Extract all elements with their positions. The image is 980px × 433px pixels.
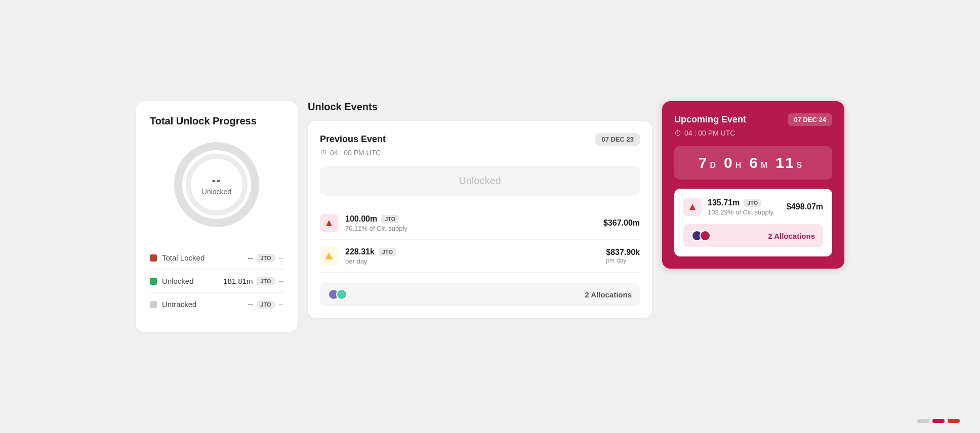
upcoming-alloc-dot-2 (700, 230, 711, 241)
prev-token-icon-0 (320, 214, 338, 232)
legend-extra: -- (279, 277, 283, 285)
prev-token-amount-1: 228.31k (345, 247, 375, 256)
prev-event-time: ⏱ 04 : 00 PM UTC (320, 149, 640, 157)
donut-container: -- Unlocked (150, 139, 283, 230)
legend-left: Unlocked (150, 277, 194, 285)
svg-marker-4 (689, 204, 696, 210)
legend-left: Untracked (150, 300, 196, 309)
donut-center: -- Unlocked (202, 174, 231, 196)
legend-name: Total Locked (162, 253, 205, 262)
legend-left: Total Locked (150, 253, 205, 262)
svg-marker-3 (325, 252, 333, 259)
upcoming-event-card: Upcoming Event 07 DEC 24 ⏱ 04 : 00 PM UT… (662, 101, 844, 269)
prev-token-info-0: 100.00m JTO 76.11% of Cir. supply (345, 214, 596, 232)
main-container: Total Unlock Progress -- Unlocked Total (136, 101, 844, 332)
middle-section: Unlock Events Previous Event 07 DEC 23 ⏱… (308, 101, 652, 318)
upcoming-token-supply: 103.29% of Cir. supply (708, 208, 781, 216)
donut-chart: -- Unlocked (171, 139, 262, 230)
prev-token-amount-row-1: 228.31k JTO (345, 247, 599, 256)
upcoming-alloc-label: 2 Allocations (768, 232, 815, 240)
upcoming-token-row: 135.71m JTO 103.29% of Cir. supply $498.… (683, 198, 823, 216)
legend-badge: JTO (257, 277, 274, 285)
legend-right: -- JTO -- (248, 253, 283, 262)
prev-token-amount-row-0: 100.00m JTO (345, 214, 596, 224)
prev-event-date: 07 DEC 23 (595, 133, 640, 146)
countdown-h-label: H (736, 161, 743, 170)
prev-token-supply-0: 76.11% of Cir. supply (345, 225, 596, 232)
prev-alloc-label: 2 Allocations (585, 290, 632, 299)
prev-alloc-icons (328, 289, 347, 300)
legend-badge: JTO (257, 300, 274, 309)
upcoming-token-usd: $498.07m (787, 202, 823, 211)
prev-token-usd-0: $367.00m (603, 219, 640, 228)
prev-token-amount-0: 100.00m (345, 214, 377, 224)
donut-dash: -- (202, 174, 231, 187)
upcoming-token-amount: 135.71m (708, 198, 740, 207)
legend-badge: JTO (257, 254, 274, 262)
prev-token-supply-1: per day (345, 257, 599, 265)
legend-dot (150, 254, 157, 262)
legend-value: 181.81m (223, 277, 253, 285)
upcoming-token-icon (683, 198, 702, 216)
upcoming-event-title: Upcoming Event (674, 114, 746, 125)
unlocked-banner: Unlocked (320, 166, 640, 196)
previous-event-card: Previous Event 07 DEC 23 ⏱ 04 : 00 PM UT… (308, 121, 652, 318)
legend-dot (150, 278, 157, 285)
prev-token-usd-1: $837.90kper day (606, 248, 640, 264)
upcoming-event-time: ⏱ 04 : 00 PM UTC (674, 129, 832, 137)
prev-allocations-row: 2 Allocations (320, 283, 640, 306)
upcoming-token-info: 135.71m JTO 103.29% of Cir. supply (708, 198, 781, 216)
upcoming-alloc-row: 2 Allocations (683, 224, 823, 247)
prev-token-rows: 100.00m JTO 76.11% of Cir. supply $367.0… (320, 207, 640, 273)
legend-item: Unlocked 181.81m JTO -- (150, 270, 283, 293)
legend-right: 181.81m JTO -- (223, 277, 283, 285)
legend-extra: -- (279, 254, 283, 262)
pag-dot-1 (917, 419, 929, 423)
upcoming-token-amount-row: 135.71m JTO (708, 198, 781, 207)
legend-value: -- (248, 253, 253, 262)
upcoming-alloc-icons (691, 230, 711, 241)
upcoming-time-text: 04 : 00 PM UTC (684, 129, 735, 137)
prev-event-title: Previous Event (320, 134, 386, 145)
unlocked-text: Unlocked (459, 175, 501, 186)
upcoming-inner-card: 135.71m JTO 103.29% of Cir. supply $498.… (674, 189, 832, 256)
legend-value: -- (248, 300, 253, 309)
prev-token-row-0: 100.00m JTO 76.11% of Cir. supply $367.0… (320, 207, 640, 240)
left-card-title: Total Unlock Progress (150, 115, 283, 127)
svg-marker-2 (326, 220, 332, 226)
legend-list: Total Locked -- JTO -- Unlocked 181.81m … (150, 246, 283, 316)
upcoming-event-header: Upcoming Event 07 DEC 24 (674, 113, 832, 126)
legend-right: -- JTO -- (248, 300, 283, 309)
countdown-text: 7D 0H 6M 11S (682, 154, 824, 171)
countdown-banner: 7D 0H 6M 11S (674, 146, 832, 180)
prev-event-header: Previous Event 07 DEC 23 (320, 133, 640, 146)
legend-dot (150, 301, 157, 308)
prev-alloc-dot-2 (336, 289, 347, 300)
countdown-d-label: D (710, 161, 717, 170)
prev-token-icon-1 (320, 247, 338, 265)
pag-dot-3 (948, 419, 960, 423)
prev-token-row-1: 228.31k JTO per day $837.90kper day (320, 240, 640, 273)
pag-dot-2 (932, 419, 945, 423)
prev-token-badge-1: JTO (379, 248, 396, 256)
prev-event-time-text: 04 : 00 PM UTC (330, 149, 381, 157)
prev-token-info-1: 228.31k JTO per day (345, 247, 599, 265)
countdown-days: 7 (699, 154, 708, 171)
clock-icon: ⏱ (320, 149, 327, 157)
legend-item: Total Locked -- JTO -- (150, 246, 283, 270)
donut-label: Unlocked (202, 188, 231, 196)
countdown-s-label: S (797, 161, 803, 170)
upcoming-clock-icon: ⏱ (674, 129, 681, 137)
upcoming-token-badge: JTO (744, 199, 761, 207)
countdown-hours: 0 (724, 154, 733, 171)
left-card: Total Unlock Progress -- Unlocked Total (136, 101, 298, 332)
countdown-m-label: M (761, 161, 768, 170)
legend-item: Untracked -- JTO -- (150, 293, 283, 316)
legend-name: Unlocked (162, 277, 194, 285)
legend-extra: -- (279, 300, 283, 309)
prev-token-badge-0: JTO (381, 215, 399, 223)
legend-name: Untracked (162, 300, 196, 309)
pagination (917, 419, 960, 423)
countdown-minutes: 6 (749, 154, 759, 171)
section-title: Unlock Events (308, 101, 652, 113)
